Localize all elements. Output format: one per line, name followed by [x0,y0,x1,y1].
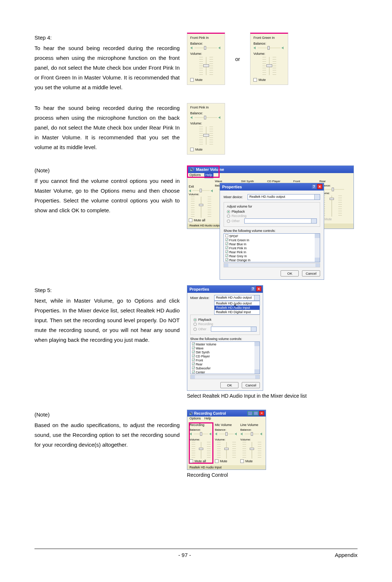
front-green-panel: Front Green In Balance: Volume: Mute [250,33,288,85]
close-button[interactable]: × [256,286,261,291]
help-button[interactable]: ? [250,286,256,291]
menu-help[interactable]: Help [204,417,211,422]
balance-slider[interactable] [189,432,213,436]
step4-para2: To hear the sound being recorded during … [34,103,180,152]
close-button[interactable]: × [317,184,322,189]
mute-checkbox[interactable]: Mute [253,78,285,82]
speaker-icon: 🔊 [189,411,193,415]
ok-button[interactable]: OK [281,270,299,276]
front-pink-panel: Front Pink In Balance: Volume: Mute [187,33,225,85]
recording-column: Recording Balance: Volume: Mute all [189,423,213,463]
speaker-left-icon [190,46,194,50]
step5-text: Next, while in Master Volume, go to Opti… [34,296,180,345]
speaker-left-icon [190,116,194,119]
playback-radio[interactable]: Playback [227,210,317,213]
mute-checkbox[interactable]: Mute [240,459,264,463]
scrollbar[interactable] [254,342,260,374]
balance-slider[interactable] [253,46,285,50]
mute-checkbox[interactable]: Mute [190,148,222,151]
volume-slider[interactable] [197,127,215,145]
speaker-icon: 🔊 [189,167,195,172]
playback-radio[interactable]: Playback [193,318,257,321]
ok-button[interactable]: OK [220,382,238,388]
volume-controls-list[interactable]: SPDIF Front Green In Rear Blue In Front … [224,233,320,262]
balance-slider[interactable] [215,432,238,436]
help-button[interactable]: ? [311,184,317,189]
volume-slider[interactable] [189,442,213,459]
menu-help[interactable]: Help [204,173,213,178]
minimize-button[interactable]: _ [248,411,253,415]
step5-caption: Select Realtek HD Audio Input in the Mix… [187,393,358,399]
section-label: Appendix [335,552,358,558]
volume-slider[interactable] [260,57,278,75]
balance-slider[interactable] [240,432,264,436]
balance-slider[interactable] [189,189,213,192]
volume-slider[interactable] [197,57,215,75]
close-button[interactable]: × [259,411,264,415]
balance-slider[interactable] [190,46,222,50]
h-scrollbar[interactable] [190,375,260,379]
mute-checkbox[interactable]: Mute [215,459,238,463]
volume-slider[interactable] [189,197,213,218]
mixer-device-select[interactable]: Realtek HD Audio output [248,194,320,200]
master-volume-composite: 🔊Master Volume Options Help Master Volum… [187,165,354,274]
maximize-button[interactable]: □ [253,411,258,415]
volume-slider[interactable] [240,442,264,459]
page-number: - 97 - [178,552,191,558]
note2-title: (Note) [34,410,180,419]
h-scrollbar[interactable] [224,263,320,267]
step4-para1: To hear the sound being recorded during … [34,43,180,92]
scrollbar[interactable] [315,234,320,262]
mixer-device-select[interactable]: Realtek HD Audio output [214,295,260,301]
balance-slider[interactable] [190,116,222,119]
menu-options[interactable]: Options [189,417,201,422]
properties-dialog-step5: Properties ?× Mixer device: Realtek HD A… [187,285,263,391]
recording-control-window: 🔊 Recording Control _ □ × Options Help R… [187,410,266,470]
mute-all-checkbox[interactable]: Mute all [189,218,213,222]
or-text: or [235,56,240,62]
mute-checkbox[interactable]: Mute [190,78,222,82]
speaker-right-icon [281,46,285,50]
step5-title: Step 5: [34,285,180,295]
note1-title: (Note) [34,165,180,175]
cursor-icon: ↖ [234,303,237,308]
mute-all-checkbox[interactable]: Mute all [189,459,213,463]
step4-title: Step 4: [34,33,180,42]
menu-options[interactable]: Options [189,173,201,178]
speaker-right-icon [218,116,222,119]
other-radio: Other [227,218,317,224]
volume-controls-list[interactable]: Master Volume Wave SW Synth CD Player Fr… [190,341,260,374]
menu-exit[interactable]: Exit [189,185,213,188]
volume-slider[interactable] [215,442,238,459]
note2-text: Based on the audio specifications, to ad… [34,420,180,450]
cancel-button[interactable]: Cancel [302,270,320,276]
recording-caption: Recording Control [187,472,358,478]
cancel-button[interactable]: Cancel [242,382,260,388]
speaker-left-icon [253,46,257,50]
note1-text: If you cannot find the volume control op… [34,176,180,215]
speaker-right-icon [218,46,222,50]
rear-pink-panel: Front Pink In Balance: Volume: Mute [187,103,225,155]
panel-title: Front Pink In [190,36,222,40]
properties-dialog: Properties ?× Mixer device: Realtek HD A… [220,183,324,280]
status-bar: Realtek HD Audio Input [187,465,266,470]
recording-radio[interactable]: Recording [227,214,317,218]
